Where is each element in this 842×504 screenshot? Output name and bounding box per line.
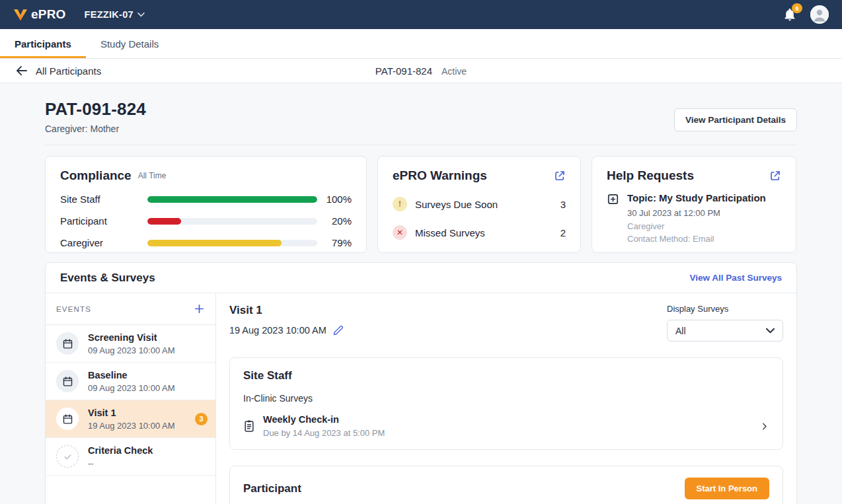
status-badge: Active — [441, 66, 467, 77]
events-header-label: EVENTS — [56, 305, 91, 313]
site-staff-section: Site Staff In-Clinic Surveys Weekl — [229, 357, 783, 450]
user-avatar[interactable] — [810, 5, 829, 24]
missed-icon: ✕ — [393, 225, 407, 240]
warning-surveys-due-soon[interactable]: ! Surveys Due Soon 3 — [393, 197, 566, 211]
in-clinic-surveys-label: In-Clinic Surveys — [243, 393, 769, 404]
view-participant-details-button[interactable]: View Participant Details — [674, 108, 797, 131]
epro-warnings-card: ePRO Warnings ! Surveys Due Soon 3 ✕ Mis… — [377, 156, 581, 253]
event-date: 09 Aug 2023 10:00 AM — [88, 345, 175, 355]
survey-row-weekly-check-in[interactable]: Weekly Check-in Due by 14 Aug 2023 at 5:… — [243, 414, 769, 438]
view-all-past-surveys-link[interactable]: View All Past Surveys — [689, 273, 782, 283]
warning-count: 3 — [560, 199, 566, 210]
header-divider — [45, 145, 797, 145]
logo-text: ePRO — [31, 7, 66, 22]
event-item-screening-visit[interactable]: Screening Visit 09 Aug 2023 10:00 AM — [46, 325, 215, 363]
compliance-row-site-staff: Site Staff 100% — [60, 194, 352, 205]
compliance-percent: 100% — [317, 194, 352, 205]
caregiver-subtitle: Caregiver: Mother — [45, 124, 146, 134]
display-surveys-select[interactable]: All — [667, 320, 783, 342]
event-date: -- — [88, 458, 153, 468]
event-item-visit-1[interactable]: Visit 1 19 Aug 2023 10:00 AM 3 — [46, 400, 215, 438]
help-datetime: 30 Jul 2023 at 12:00 PM — [627, 208, 766, 218]
study-name: FEZZIK-07 — [85, 9, 134, 20]
event-date: 09 Aug 2023 10:00 AM — [88, 383, 175, 393]
display-surveys-label: Display Surveys — [667, 304, 783, 314]
warning-label: Missed Surveys — [415, 227, 485, 238]
warning-icon: ! — [393, 197, 407, 211]
event-title: Baseline — [88, 370, 175, 380]
event-title: Screening Visit — [88, 332, 175, 343]
event-count-badge: 3 — [195, 413, 208, 425]
compliance-bar-fill — [147, 218, 181, 225]
compliance-bar-fill — [147, 196, 317, 203]
warnings-title: ePRO Warnings — [393, 168, 487, 183]
notification-badge: 6 — [792, 3, 802, 13]
app-logo: ePRO — [13, 7, 66, 22]
survey-due-date: Due by 14 Aug 2023 at 5:00 PM — [263, 428, 385, 438]
participant-section: Participant Start In Person In-Clinic Su… — [229, 466, 783, 504]
events-surveys-panel: Events & Surveys View All Past Surveys E… — [45, 262, 797, 504]
study-selector[interactable]: FEZZIK-07 — [85, 9, 145, 20]
visit-detail: Visit 1 19 Aug 2023 10:00 AM Display Sur… — [216, 293, 796, 504]
back-arrow-icon — [16, 65, 28, 76]
compliance-label: Caregiver — [60, 237, 147, 248]
pending-check-icon — [56, 445, 79, 468]
top-nav: ePRO FEZZIK-07 6 — [0, 0, 842, 29]
chevron-down-icon — [137, 13, 145, 17]
calendar-icon — [56, 370, 79, 392]
edit-pencil-icon[interactable] — [333, 325, 344, 336]
breadcrumb-bar: All Participants PAT-091-824 Active — [0, 59, 842, 83]
events-surveys-title: Events & Surveys — [60, 271, 155, 285]
compliance-period: All Time — [138, 171, 167, 180]
compliance-label: Participant — [60, 215, 147, 227]
compliance-bar-track — [147, 196, 317, 203]
notifications-button[interactable]: 6 — [783, 7, 797, 22]
event-date: 19 Aug 2023 10:00 AM — [88, 421, 175, 431]
start-in-person-button[interactable]: Start In Person — [685, 478, 769, 499]
compliance-bar-fill — [147, 240, 282, 246]
calendar-icon — [56, 332, 79, 355]
help-requests-card: Help Requests Topic: My Study Parti — [592, 156, 796, 253]
help-requests-title: Help Requests — [607, 168, 694, 183]
external-link-icon[interactable] — [769, 170, 781, 182]
external-link-icon[interactable] — [554, 170, 566, 182]
help-request-item[interactable]: Topic: My Study Participation 30 Jul 202… — [607, 192, 781, 244]
events-sidebar: EVENTS Screening Visit 09 Aug 2023 10:00… — [46, 293, 216, 504]
chevron-right-icon — [759, 421, 769, 431]
event-title: Visit 1 — [88, 408, 175, 418]
compliance-label: Site Staff — [60, 194, 147, 205]
compliance-card: Compliance All Time Site Staff 100% Part… — [45, 156, 367, 253]
veeva-v-icon — [13, 9, 28, 21]
add-event-button[interactable] — [194, 303, 205, 314]
request-box-plus-icon — [607, 192, 619, 244]
compliance-title: Compliance — [60, 168, 132, 183]
event-item-criteria-check[interactable]: Criteria Check -- — [46, 438, 215, 476]
visit-title: Visit 1 — [229, 304, 344, 317]
compliance-bar-track — [147, 218, 317, 225]
chevron-down-icon — [766, 328, 775, 334]
main-tabbar: Participants Study Details — [0, 29, 842, 59]
calendar-icon — [56, 408, 79, 430]
participant-title: Participant — [243, 482, 301, 495]
event-title: Criteria Check — [88, 445, 153, 456]
help-topic: Topic: My Study Participation — [627, 192, 766, 203]
help-requester: Caregiver — [627, 221, 766, 231]
warning-count: 2 — [560, 227, 566, 238]
tab-study-details[interactable]: Study Details — [86, 29, 173, 58]
event-item-baseline[interactable]: Baseline 09 Aug 2023 10:00 AM — [46, 363, 215, 400]
page-title: PAT-091-824 — [45, 99, 146, 120]
compliance-row-participant: Participant 20% — [60, 215, 352, 227]
tab-participants[interactable]: Participants — [0, 29, 86, 58]
back-label: All Participants — [36, 65, 101, 77]
breadcrumb-participant-id: PAT-091-824 — [375, 65, 432, 77]
warning-missed-surveys[interactable]: ✕ Missed Surveys 2 — [393, 225, 566, 240]
compliance-percent: 20% — [317, 215, 352, 227]
compliance-row-caregiver: Caregiver 79% — [60, 237, 352, 248]
breadcrumb: PAT-091-824 Active — [0, 65, 842, 77]
compliance-percent: 79% — [317, 237, 352, 248]
site-staff-title: Site Staff — [243, 369, 292, 382]
display-surveys-value: All — [675, 326, 686, 336]
visit-datetime: 19 Aug 2023 10:00 AM — [229, 325, 326, 336]
help-contact-method: Contact Method: Email — [627, 234, 766, 244]
back-to-all-participants[interactable]: All Participants — [16, 65, 101, 77]
